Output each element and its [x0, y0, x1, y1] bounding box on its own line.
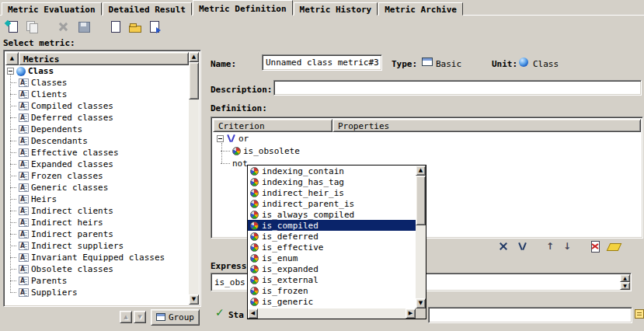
tree-item-descendants[interactable]: Descendants [10, 135, 189, 147]
criterion-option-indexing-contain[interactable]: indexing_contain [248, 166, 416, 176]
tab-metric-archive[interactable]: Metric Archive [378, 2, 463, 16]
expression-scrollbar[interactable]: ▲ ▼ [620, 274, 630, 290]
sort-header-cell[interactable]: ▲ [5, 52, 19, 65]
move-criterion-up-icon[interactable]: ↑ [544, 240, 556, 253]
tree-item-suppliers[interactable]: Suppliers [10, 287, 189, 298]
down-triangle-icon: ▼ [192, 297, 196, 302]
metric-icon [19, 183, 29, 192]
properties-column-header[interactable]: Properties [332, 119, 641, 132]
criterion-option-is-effective[interactable]: is_effective [248, 242, 416, 253]
metric-icon [19, 78, 29, 87]
option-label: indexing_contain [262, 166, 344, 176]
criterion-icon [250, 254, 259, 263]
criterion-list: indexing_containindexing_has_tagindirect… [248, 166, 416, 308]
tree-item-compiled-classes[interactable]: Compiled classes [10, 100, 189, 112]
tree-item-invariant-equipped-classes[interactable]: Invariant Equipped classes [10, 252, 189, 263]
tab-metric-history[interactable]: Metric History [294, 2, 378, 16]
erase-criterion-icon[interactable] [607, 240, 620, 253]
scroll-down-button[interactable]: ▼ [620, 282, 630, 290]
name-input[interactable]: Unnamed class metric#3 [262, 54, 382, 71]
type-value: Basic [436, 59, 461, 69]
tree-branch-line [10, 269, 16, 270]
tree-item-parents[interactable]: Parents [10, 275, 189, 287]
tree-item-label: Heirs [31, 194, 57, 204]
tree-item-indirect-clients[interactable]: Indirect clients [10, 205, 189, 217]
tree-branch-line [10, 222, 16, 223]
status-input[interactable] [428, 307, 632, 323]
tree-item-generic-classes[interactable]: Generic classes [10, 182, 189, 193]
metric-icon [19, 125, 29, 134]
new-file-button[interactable] [104, 17, 124, 36]
or-operator-icon[interactable] [516, 240, 528, 253]
criterion-icon [250, 221, 259, 230]
tree-scrollbar[interactable]: ▲ ▼ [189, 52, 199, 305]
dropdown-horizontal-scrollbar[interactable]: ◀ ▶ [248, 308, 416, 319]
tree-item-expanded-classes[interactable]: Expanded classes [10, 159, 189, 170]
tree-item-effective-classes[interactable]: Effective classes [10, 147, 189, 159]
dropdown-scrollbar-thumb[interactable] [416, 176, 426, 225]
criterion-option-is-external[interactable]: is_external [248, 274, 416, 285]
criterion-option-is-generic[interactable]: is_generic [248, 296, 416, 307]
open-file-button[interactable] [124, 17, 144, 36]
scroll-down-button[interactable]: ▼ [189, 294, 199, 305]
criterion-column-header[interactable]: Criterion [213, 119, 332, 132]
criterion-option-is-frozen[interactable]: is_frozen [248, 285, 416, 296]
criterion-option-is-deferred[interactable]: is_deferred [248, 231, 416, 242]
tree-item-label: Indirect heirs [31, 218, 103, 228]
scroll-up-button[interactable]: ▲ [189, 52, 199, 62]
tree-branch-line [10, 106, 16, 106]
metrics-column-header[interactable]: Metrics [19, 52, 189, 65]
dropdown-vertical-scrollbar[interactable]: ▲ ▼ [416, 166, 426, 308]
scroll-down-button[interactable]: ▼ [416, 298, 426, 308]
criterion-option-is-compiled[interactable]: is_compiled [248, 220, 416, 231]
comment-icon[interactable] [635, 309, 644, 319]
tree-item-heirs[interactable]: Heirs [10, 193, 189, 205]
scroll-left-button[interactable]: ◀ [248, 308, 258, 319]
tree-item-frozen-classes[interactable]: Frozen classes [10, 170, 189, 182]
tree-item-deferred-classes[interactable]: Deferred classes [10, 112, 189, 124]
tree-item-label: Effective classes [31, 148, 119, 158]
group-icon [156, 313, 165, 321]
down-triangle-icon: ▼ [138, 315, 141, 320]
tree-item-dependents[interactable]: Dependents [10, 124, 189, 135]
status-label: Sta [228, 310, 244, 320]
tree-item-indirect-suppliers[interactable]: Indirect suppliers [10, 240, 189, 252]
definition-table-header: Criterion Properties [213, 119, 641, 132]
tree-item-indirect-heirs[interactable]: Indirect heirs [10, 217, 189, 228]
description-input[interactable] [273, 80, 642, 96]
exchange-criterion-icon[interactable] [497, 240, 510, 253]
tab-metric-definition[interactable]: Metric Definition [193, 0, 293, 16]
criterion-option-indirect-parent-is[interactable]: indirect_parent_is [248, 198, 416, 209]
new-metric-button[interactable] [2, 17, 22, 36]
tree-item-indirect-parents[interactable]: Indirect parents [10, 228, 189, 240]
tab-metric-evaluation[interactable]: Metric Evaluation [2, 2, 102, 16]
scroll-up-button[interactable]: ▲ [620, 274, 630, 282]
tree-scrollbar-thumb[interactable] [189, 62, 199, 99]
basic-type-icon [422, 57, 433, 66]
criterion-option-indexing-has-tag[interactable]: indexing_has_tag [248, 176, 416, 187]
metric-list-footer: ▲ ▼ Group [3, 308, 201, 326]
criterion-option-indirect-heir-is[interactable]: indirect_heir_is [248, 187, 416, 198]
criterion-icon [250, 178, 259, 186]
scroll-right-button[interactable]: ▶ [406, 308, 416, 319]
scroll-up-button[interactable]: ▲ [416, 166, 426, 176]
tree-item-clients[interactable]: Clients [10, 89, 189, 100]
move-criterion-down-icon[interactable]: ↓ [561, 240, 573, 253]
tree-item-classes[interactable]: Classes [10, 77, 189, 89]
criterion-option-is-always-compiled[interactable]: is_always_compiled [248, 209, 416, 220]
option-label: is_compiled [262, 221, 319, 231]
criterion-row-or[interactable]: or [213, 132, 641, 145]
criterion-option-is-enum[interactable]: is_enum [248, 253, 416, 263]
export-button[interactable] [144, 17, 165, 36]
group-button[interactable]: Group [151, 309, 200, 326]
delete-criterion-icon[interactable] [589, 240, 601, 253]
collapse-icon[interactable] [217, 135, 224, 142]
tree-item-obsolete-classes[interactable]: Obsolete classes [10, 263, 189, 275]
tree-item-class[interactable]: Class [5, 65, 189, 77]
tab-detailed-result[interactable]: Detailed Result [103, 2, 192, 16]
criterion-icon [250, 298, 259, 306]
definition-label: Definition: [211, 103, 267, 113]
criterion-row-is-obsolete[interactable]: is_obsolete [213, 145, 641, 157]
criterion-option-is-expanded[interactable]: is_expanded [248, 263, 416, 274]
criterion-icon [250, 200, 259, 208]
